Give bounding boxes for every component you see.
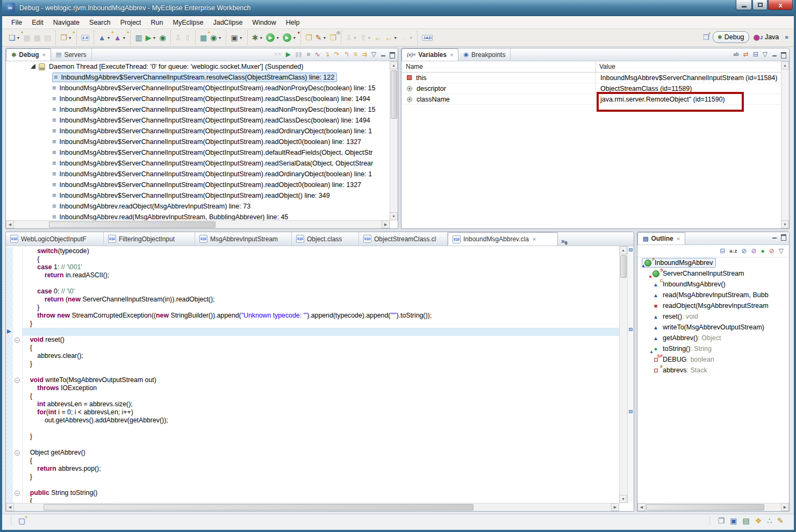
web-browser-icon[interactable]: ◉ <box>157 32 167 43</box>
editor-outline-sash[interactable] <box>634 232 637 512</box>
new-java-project-icon[interactable]: ❒✦▼ <box>59 32 74 43</box>
editor-horizontal-scrollbar[interactable]: ◀ ▶ <box>6 503 619 511</box>
code-editor[interactable]: switch(typecode) { case 1: // '\001' ret… <box>6 246 634 503</box>
browser-preview-icon[interactable]: ◉▼ <box>209 32 223 43</box>
variable-row[interactable]: thisInboundMsgAbbrev$ServerChannelInputS… <box>401 73 781 83</box>
close-icon[interactable]: × <box>450 52 453 58</box>
restore-views-icon[interactable]: ❐ <box>718 516 725 525</box>
stack-frame-row[interactable]: ≡InboundMsgAbbrev$ServerChannelInputStre… <box>6 179 390 190</box>
profile-launch-icon[interactable]: ▶●▼ <box>281 32 298 43</box>
stack-frame-row[interactable]: ≡InboundMsgAbbrev$ServerChannelInputStre… <box>6 126 390 136</box>
outline-item[interactable]: ▲CInboundMsgAbbrev() <box>637 279 789 290</box>
tab-overflow-chevron[interactable]: »6 <box>561 237 568 246</box>
step-into-icon[interactable]: ↴ <box>322 50 332 59</box>
editor-tab-objectstreamclass-cl[interactable]: 010ObjectStreamClass.cl <box>359 232 448 246</box>
maximize-view-button[interactable] <box>780 52 787 57</box>
editor-tab-filteringobjectinput[interactable]: 010FilteringObjectInput <box>104 232 195 246</box>
menu-file[interactable]: File <box>6 18 27 27</box>
menu-project[interactable]: Project <box>116 18 146 27</box>
menu-help[interactable]: Help <box>281 18 305 27</box>
menu-navigate[interactable]: Navigate <box>48 18 84 27</box>
hide-static-members-icon[interactable]: ⊘ <box>749 247 758 255</box>
stack-frame-row[interactable]: ≡InboundMsgAbbrev$ServerChannelInputStre… <box>6 158 390 169</box>
maximize-view-button[interactable] <box>780 234 787 240</box>
stack-frame-row[interactable]: ≡InboundMsgAbbrev$ServerChannelInputStre… <box>6 169 390 179</box>
thread-row[interactable]: Daemon Thread [ExecuteThread: '0' for qu… <box>6 61 390 72</box>
last-edit-location-icon[interactable]: ← <box>372 32 383 43</box>
synchronize-icon[interactable]: ∴ <box>767 516 772 525</box>
menu-jadclipse[interactable]: JadClipse <box>208 18 247 27</box>
view-menu-icon[interactable]: ▽ <box>777 247 786 255</box>
new-server-icon[interactable]: ▥ <box>133 32 144 43</box>
outline-item[interactable]: ▲read(MsgAbbrevInputStream, Bubb <box>637 290 789 300</box>
tab-breakpoints[interactable]: ◉ Breakpoints <box>458 48 511 61</box>
stack-frame-row[interactable]: ≡InboundMsgAbbrev.read(MsgAbbrevInputStr… <box>6 212 390 220</box>
step-over-icon[interactable]: ↷ <box>332 50 342 59</box>
collapse-icon[interactable]: − <box>15 378 20 383</box>
minimize-button[interactable] <box>736 0 752 10</box>
debug-horizontal-scrollbar[interactable]: ◀ ▶ <box>6 220 390 228</box>
editor-tab-inboundmsgabbrev-cla[interactable]: 010InboundMsgAbbrev.cla× <box>448 232 558 246</box>
column-name[interactable]: Name <box>401 61 596 72</box>
stack-frame-row[interactable]: ≡InboundMsgAbbrev$ServerChannelInputStre… <box>6 104 390 115</box>
outline-item[interactable]: ▲getAbbrev() : Object <box>637 333 789 343</box>
collapse-icon[interactable]: − <box>15 337 20 343</box>
open-resource-icon[interactable]: ❒◎ <box>328 32 338 43</box>
new-interface-wizard-icon[interactable]: ▲✦▼ <box>112 32 128 43</box>
restore-button[interactable] <box>752 0 768 10</box>
console-icon[interactable]: ▣ <box>730 516 737 525</box>
editor-tab-msgabbrevinputstream[interactable]: 010MsgAbbrevInputStream <box>195 232 292 246</box>
perspective-java-button[interactable]: ⬤J Java <box>749 32 784 42</box>
stack-frame-row[interactable]: ≡InboundMsgAbbrev$ServerChannelInputStre… <box>6 147 390 158</box>
stack-frame-row[interactable]: ≡InboundMsgAbbrev$ServerChannelInputStre… <box>6 94 390 104</box>
editor-vertical-scrollbar[interactable]: ▲ ▼ <box>619 246 627 503</box>
fast-view-icon[interactable]: ▢✦ <box>18 516 25 525</box>
perspective-overflow-chevron[interactable]: » <box>785 33 788 41</box>
new-wizard-icon[interactable]: ❏✦▼ <box>7 32 22 43</box>
snapshot-icon[interactable]: ▣▼ <box>229 32 244 43</box>
menu-edit[interactable]: Edit <box>27 18 48 27</box>
menu-search[interactable]: Search <box>84 18 116 27</box>
sort-icon[interactable]: a↓z <box>727 248 739 254</box>
java-2-badge-icon[interactable]: 2.0 <box>80 34 91 42</box>
hide-local-types-icon[interactable]: ⊘ <box>767 247 777 255</box>
menu-run[interactable]: Run <box>146 18 168 27</box>
vertical-sash[interactable] <box>398 48 401 229</box>
menu-myeclipse[interactable]: MyEclipse <box>168 18 209 27</box>
menu-window[interactable]: Window <box>247 18 281 27</box>
outline-item[interactable]: ■readObject(MsgAbbrevInputStream <box>637 300 789 311</box>
outline-item[interactable]: S■ServerChannelInputStream <box>637 268 789 279</box>
new-class-wizard-icon[interactable]: ▲✦▼ <box>97 32 112 43</box>
collapse-all-icon[interactable]: ⊟ <box>718 247 727 255</box>
tab-variables[interactable]: (x)= Variables × <box>401 48 458 61</box>
open-type-icon[interactable]: ❒ <box>304 32 314 43</box>
new-web-component-icon[interactable]: ▦✦ <box>198 32 209 43</box>
back-history-icon[interactable]: ←▼ <box>383 32 399 43</box>
stack-frame-row[interactable]: ≡InboundMsgAbbrev$ServerChannelInputStre… <box>6 115 390 126</box>
search-icon[interactable]: ✎▼ <box>314 32 328 43</box>
debug-vertical-scrollbar[interactable]: ▲ ▼ <box>390 61 398 220</box>
variables-table[interactable]: thisInboundMsgAbbrev$ServerChannelInputS… <box>401 73 781 228</box>
stack-frame-row[interactable]: ≡InboundMsgAbbrev$ServerChannelInputStre… <box>6 190 390 201</box>
close-icon[interactable]: × <box>42 52 46 58</box>
overview-ruler[interactable] <box>627 246 634 503</box>
maximize-view-button[interactable] <box>389 52 396 57</box>
collapse-icon[interactable]: − <box>15 491 20 496</box>
variable-row[interactable]: descriptorObjectStreamClass (id=11589) <box>401 83 781 94</box>
show-type-names-icon[interactable]: ab <box>731 51 741 57</box>
minimize-view-button[interactable] <box>771 52 778 57</box>
editor-tab-object-class[interactable]: 010Object.class <box>292 232 359 246</box>
outline-item[interactable]: ●▲toString() : String <box>637 343 789 354</box>
collapse-icon[interactable]: − <box>15 450 20 456</box>
outline-horizontal-scrollbar[interactable]: ◀ ▶ <box>637 503 789 511</box>
annotate-icon[interactable]: ✎ <box>777 516 784 525</box>
tasks-icon[interactable]: ▤ <box>743 516 750 525</box>
variables-table-header[interactable]: Name Value <box>401 61 781 73</box>
jadclipse-icon[interactable]: JAD <box>420 34 434 42</box>
minimize-view-button[interactable] <box>771 234 778 240</box>
outline-item[interactable]: ▲reset() : void <box>637 311 789 322</box>
debug-launch-icon[interactable]: ✱▼ <box>250 32 265 43</box>
column-value[interactable]: Value <box>596 61 781 72</box>
show-logical-structures-icon[interactable]: ⇄ <box>741 50 751 59</box>
outline-tree[interactable]: F▲InboundMsgAbbrevS■ServerChannelInputSt… <box>637 257 789 503</box>
